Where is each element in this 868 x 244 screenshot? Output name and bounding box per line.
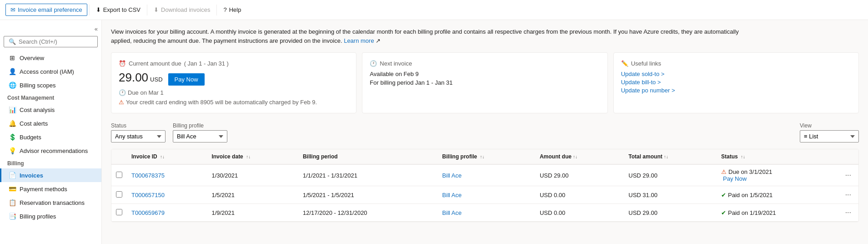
td-checkbox-1[interactable] xyxy=(111,186,127,204)
sidebar-search-container[interactable]: 🔍 xyxy=(4,36,98,47)
learn-more-link[interactable]: Learn more xyxy=(344,37,374,44)
access-control-icon: 👤 xyxy=(9,68,16,75)
th-invoice-id[interactable]: Invoice ID ↑↓ xyxy=(127,149,207,164)
td-checkbox-0[interactable] xyxy=(111,164,127,186)
search-input[interactable] xyxy=(19,38,93,45)
help-button[interactable]: ? Help xyxy=(219,4,246,15)
billing-profile-link-1[interactable]: Bill Ace xyxy=(442,192,462,198)
td-billing-period-1: 1/5/2021 - 1/5/2021 xyxy=(298,186,438,204)
invoice-id-link-2[interactable]: T000659679 xyxy=(131,209,165,216)
download-invoices-button[interactable]: ⬇ Download invoices xyxy=(149,4,215,15)
more-actions-button-1[interactable]: ··· xyxy=(843,190,854,200)
td-amount-due-0: USD 29.00 xyxy=(535,164,624,186)
card-due-date: 🕐 Due on Mar 1 xyxy=(119,89,349,96)
td-billing-period-2: 12/17/2020 - 12/31/2020 xyxy=(298,204,438,222)
sidebar-item-label: Reservation transactions xyxy=(20,199,85,206)
th-actions xyxy=(838,149,858,164)
sidebar-item-cost-alerts[interactable]: 🔔 Cost alerts xyxy=(0,117,101,130)
sidebar-item-overview[interactable]: ⊞ Overview xyxy=(0,51,101,65)
pay-now-button-card[interactable]: Pay Now xyxy=(168,73,205,86)
help-label: Help xyxy=(229,6,241,13)
export-csv-button[interactable]: ⬇ Export to CSV xyxy=(91,4,145,15)
sidebar-item-label: Advisor recommendations xyxy=(20,147,88,154)
td-invoice-date-1: 1/5/2021 xyxy=(207,186,298,204)
page-description: View invoices for your billing account. … xyxy=(111,27,748,45)
warning-icon-card: ⚠ xyxy=(119,99,124,106)
next-invoice-card: 🕐 Next invoice Available on Feb 9 For bi… xyxy=(362,52,607,113)
cost-analysis-icon: 📊 xyxy=(9,106,16,113)
billing-profile-filter-label: Billing profile xyxy=(173,122,227,129)
view-label: View xyxy=(800,122,859,129)
sidebar-item-payment-methods[interactable]: 💳 Payment methods xyxy=(0,182,101,196)
td-more-1: ··· xyxy=(838,186,858,204)
status-paid: ✔Paid on 1/19/2021 xyxy=(721,209,833,216)
pay-now-link-0[interactable]: Pay Now xyxy=(723,175,747,182)
useful-links-card: ✏️ Useful links Update sold-to > Update … xyxy=(613,52,859,113)
billing-profile-filter-group: Billing profile Bill Ace xyxy=(173,122,227,142)
invoices-table-wrap: Invoice ID ↑↓ Invoice date ↑↓ Billing pe… xyxy=(111,149,859,222)
view-select[interactable]: ≡ List Grid xyxy=(800,130,859,142)
billing-profile-filter-select[interactable]: Bill Ace xyxy=(173,130,227,142)
sidebar-item-label: Access control (IAM) xyxy=(20,68,74,75)
td-total-amount-0: USD 29.00 xyxy=(624,164,717,186)
sidebar: « 🔍 ⊞ Overview 👤 Access control (IAM) 🌐 … xyxy=(0,20,102,244)
collapse-button[interactable]: « xyxy=(0,24,101,34)
table-row: T000659679 1/9/2021 12/17/2020 - 12/31/2… xyxy=(111,204,858,222)
status-filter-select[interactable]: Any status Due Paid Void xyxy=(111,130,166,142)
sidebar-item-label: Overview xyxy=(20,55,44,61)
billing-profile-link-2[interactable]: Bill Ace xyxy=(442,209,462,216)
update-sold-to-link[interactable]: Update sold-to > xyxy=(621,71,851,77)
td-billing-period-0: 1/1/2021 - 1/31/2021 xyxy=(298,164,438,186)
sidebar-item-label: Payment methods xyxy=(20,186,67,193)
td-status-2: ✔Paid on 1/19/2021 xyxy=(717,204,838,222)
next-invoice-icon: 🕐 xyxy=(370,60,377,67)
td-invoice-date-2: 1/9/2021 xyxy=(207,204,298,222)
sidebar-item-invoices[interactable]: 📄 Invoices xyxy=(0,168,101,182)
sidebar-item-reservation-transactions[interactable]: 📋 Reservation transactions xyxy=(0,196,101,209)
toolbar-divider-3 xyxy=(216,5,217,15)
export-csv-label: Export to CSV xyxy=(103,6,140,13)
th-total-amount[interactable]: Total amount↑↓ xyxy=(624,149,717,164)
td-invoice-id-1: T000657150 xyxy=(127,186,207,204)
th-status[interactable]: Status ↑↓ xyxy=(717,149,838,164)
td-billing-profile-0: Bill Ace xyxy=(438,164,535,186)
advisor-icon: 💡 xyxy=(9,147,16,154)
cost-alerts-icon: 🔔 xyxy=(9,120,16,127)
th-billing-profile[interactable]: Billing profile ↑↓ xyxy=(438,149,535,164)
td-checkbox-2[interactable] xyxy=(111,204,127,222)
row-checkbox-0[interactable] xyxy=(116,172,122,178)
view-group: View ≡ List Grid xyxy=(800,122,859,142)
sidebar-item-advisor-recommendations[interactable]: 💡 Advisor recommendations xyxy=(0,144,101,158)
sidebar-item-cost-analysis[interactable]: 📊 Cost analysis xyxy=(0,103,101,117)
invoice-id-link-1[interactable]: T000657150 xyxy=(131,192,165,198)
billing-profile-link-0[interactable]: Bill Ace xyxy=(442,172,462,179)
th-checkbox xyxy=(111,149,127,164)
sidebar-item-billing-profiles[interactable]: 📑 Billing profiles xyxy=(0,209,101,223)
row-checkbox-2[interactable] xyxy=(116,209,122,215)
update-po-number-link[interactable]: Update po number > xyxy=(621,87,851,94)
current-amount-currency: USD xyxy=(150,76,162,83)
table-row: T000678375 1/30/2021 1/1/2021 - 1/31/202… xyxy=(111,164,858,186)
sidebar-item-budgets[interactable]: 💲 Budgets xyxy=(0,130,101,144)
sidebar-item-billing-scopes[interactable]: 🌐 Billing scopes xyxy=(0,78,101,92)
row-checkbox-1[interactable] xyxy=(116,191,122,198)
invoice-id-link-0[interactable]: T000678375 xyxy=(131,172,165,179)
td-invoice-date-0: 1/30/2021 xyxy=(207,164,298,186)
search-icon: 🔍 xyxy=(9,38,16,45)
main-layout: « 🔍 ⊞ Overview 👤 Access control (IAM) 🌐 … xyxy=(0,20,868,244)
status-filter-label: Status xyxy=(111,122,166,129)
td-billing-profile-2: Bill Ace xyxy=(438,204,535,222)
more-actions-button-2[interactable]: ··· xyxy=(843,208,854,218)
td-invoice-id-0: T000678375 xyxy=(127,164,207,186)
invoice-email-pref-button[interactable]: ✉ Invoice email preference xyxy=(5,4,87,16)
sidebar-item-label: Invoices xyxy=(20,172,43,179)
update-bill-to-link[interactable]: Update bill-to > xyxy=(621,79,851,86)
more-actions-button-0[interactable]: ··· xyxy=(843,170,854,180)
sidebar-item-access-control[interactable]: 👤 Access control (IAM) xyxy=(0,65,101,78)
td-total-amount-1: USD 31.00 xyxy=(624,186,717,204)
reservation-transactions-icon: 📋 xyxy=(9,199,16,206)
sidebar-item-label: Billing scopes xyxy=(20,82,56,89)
th-amount-due[interactable]: Amount due↑↓ xyxy=(535,149,624,164)
td-more-2: ··· xyxy=(838,204,858,222)
th-invoice-date[interactable]: Invoice date ↑↓ xyxy=(207,149,298,164)
